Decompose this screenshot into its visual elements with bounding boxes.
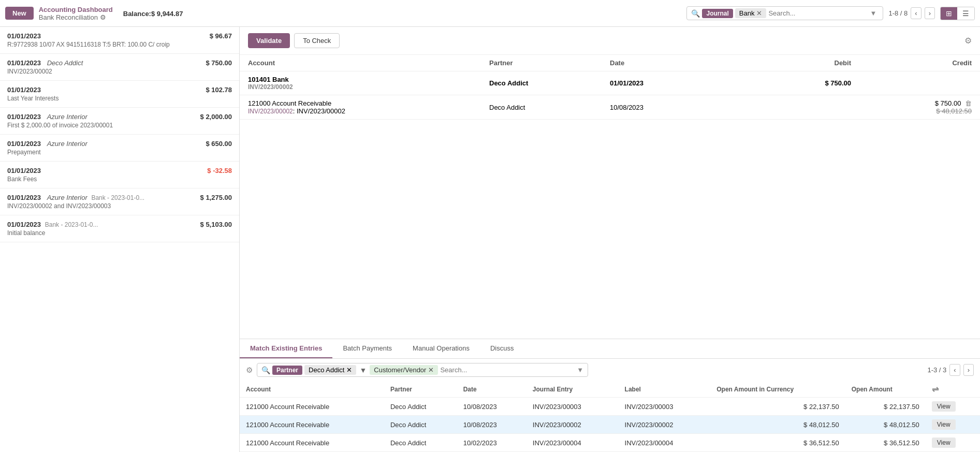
cell-partner-1: Deco Addict xyxy=(384,416,457,434)
filter-gear-icon[interactable]: ⚙ xyxy=(246,366,253,375)
left-item-7[interactable]: 01/01/2023 Bank - 2023-01-0... $ 5,103.0… xyxy=(0,215,239,242)
filter-separator: ▼ xyxy=(359,366,367,374)
bottom-table: Account Partner Date Journal Entry Label… xyxy=(240,381,980,452)
tab-1[interactable]: Batch Payments xyxy=(332,339,402,358)
filter-tag-label: Customer/Vendor xyxy=(374,366,426,374)
filter-search-icon: 🔍 xyxy=(261,366,270,374)
match-row-2: 121000 Account Receivable INV/2023/00002… xyxy=(240,95,980,120)
match-account-link-text[interactable]: INV/2023/00002 xyxy=(248,108,293,115)
bank-tag-remove[interactable]: ✕ xyxy=(756,9,762,17)
cell-journal-0: INV/2023/00003 xyxy=(526,398,619,416)
filter-tag-remove[interactable]: ✕ xyxy=(428,366,434,374)
view-button-1[interactable]: View xyxy=(932,419,956,430)
next-page-button[interactable]: › xyxy=(925,7,935,19)
left-item-amount-6: $ 1,275.00 xyxy=(200,194,232,201)
cell-label-1: INV/2023/00002 xyxy=(619,416,711,434)
to-check-button[interactable]: To Check xyxy=(294,33,340,48)
left-item-5[interactable]: 01/01/2023 $ -32.58 Bank Fees xyxy=(0,162,239,188)
cell-account-2: 121000 Account Receivable xyxy=(240,434,384,452)
breadcrumb-settings-icon[interactable]: ⚙ xyxy=(100,13,106,21)
bottom-table-body: 121000 Account Receivable Deco Addict 10… xyxy=(240,398,980,452)
bank-tag: Bank ✕ xyxy=(735,8,767,18)
table-row-0[interactable]: 121000 Account Receivable Deco Addict 10… xyxy=(240,398,980,416)
left-item-date-0: 01/01/2023 xyxy=(7,32,41,40)
cell-view-0: View xyxy=(926,398,980,416)
left-item-date-7: 01/01/2023 xyxy=(7,221,41,228)
left-item-desc-3: First $ 2,000.00 of invoice 2023/00001 xyxy=(7,122,232,129)
filter-pagination: 1-3 / 3 ‹ › xyxy=(927,364,974,376)
delete-icon[interactable]: 🗑 xyxy=(965,99,972,107)
settings-icon[interactable]: ⚙ xyxy=(964,36,972,46)
th-partner: Partner xyxy=(384,381,457,398)
tabs: Match Existing EntriesBatch PaymentsManu… xyxy=(240,339,980,359)
customer-vendor-filter-tag: Customer/Vendor ✕ xyxy=(370,365,438,375)
deco-addict-filter-tag: Deco Addict ✕ xyxy=(304,365,356,375)
filter-dropdown-icon[interactable]: ▼ xyxy=(577,366,583,374)
prev-page-button[interactable]: ‹ xyxy=(911,7,921,19)
cell-label-0: INV/2023/00003 xyxy=(619,398,711,416)
col-settings-icon[interactable]: ⇌ xyxy=(932,385,939,393)
left-item-desc-7: Initial balance xyxy=(7,229,232,237)
cell-date-2: 10/02/2023 xyxy=(457,434,526,452)
action-bar: Validate To Check ⚙ xyxy=(240,27,980,55)
col-debit: Debit xyxy=(730,59,851,67)
tab-2[interactable]: Manual Operations xyxy=(402,339,480,358)
left-item-0[interactable]: 01/01/2023 $ 96.67 R:9772938 10/07 AX 94… xyxy=(0,27,239,54)
kanban-view-button[interactable]: ⊞ xyxy=(941,7,957,20)
deco-tag-remove[interactable]: ✕ xyxy=(346,366,352,374)
cell-label-2: INV/2023/00004 xyxy=(619,434,711,452)
left-item-amount-0: $ 96.67 xyxy=(210,32,232,40)
search-dropdown-icon[interactable]: ▼ xyxy=(868,9,879,17)
view-button-0[interactable]: View xyxy=(932,401,956,412)
tab-3[interactable]: Discuss xyxy=(480,339,524,358)
match-account-name-2: 121000 Account Receivable xyxy=(248,99,489,107)
search-input[interactable] xyxy=(768,9,866,17)
table-row-1[interactable]: 121000 Account Receivable Deco Addict 10… xyxy=(240,416,980,434)
match-credit-strikethrough: $ 48,012.50 xyxy=(851,107,972,115)
left-item-partner-4: Azure Interior xyxy=(47,140,87,148)
th-open-amount-currency: Open Amount in Currency xyxy=(710,381,845,398)
left-item-bank-6: Bank - 2023-01-0... xyxy=(91,194,144,201)
left-item-desc-4: Prepayment xyxy=(7,149,232,156)
pagination: 1-8 / 8 ‹ › xyxy=(888,7,935,19)
cell-view-1: View xyxy=(926,416,980,434)
cell-oa-2: $ 36,512.50 xyxy=(845,434,926,452)
view-button-2[interactable]: View xyxy=(932,438,956,448)
filter-prev-button[interactable]: ‹ xyxy=(949,364,960,376)
col-partner: Partner xyxy=(489,59,610,67)
th-open-amount: Open Amount xyxy=(845,381,926,398)
match-area: Account Partner Date Debit Credit 101401… xyxy=(240,55,980,339)
left-item-partner-6: Azure Interior xyxy=(47,194,87,201)
cell-account-0: 121000 Account Receivable xyxy=(240,398,384,416)
th-actions: ⇌ xyxy=(926,381,980,398)
partner-filter-tag[interactable]: Partner xyxy=(272,366,302,375)
main-content: 01/01/2023 $ 96.67 R:9772938 10/07 AX 94… xyxy=(0,27,980,452)
journal-tag[interactable]: Journal xyxy=(702,9,733,18)
left-item-date-4: 01/01/2023 xyxy=(7,140,41,148)
left-item-6[interactable]: 01/01/2023 Azure Interior Bank - 2023-01… xyxy=(0,188,239,215)
table-row-2[interactable]: 121000 Account Receivable Deco Addict 10… xyxy=(240,434,980,452)
cell-oa-1: $ 48,012.50 xyxy=(845,416,926,434)
left-item-2[interactable]: 01/01/2023 $ 102.78 Last Year Interests xyxy=(0,81,239,108)
tab-0[interactable]: Match Existing Entries xyxy=(240,339,332,358)
left-item-date-3: 01/01/2023 xyxy=(7,113,41,121)
cell-oac-2: $ 36,512.50 xyxy=(710,434,845,452)
validate-button[interactable]: Validate xyxy=(248,33,290,48)
breadcrumb-top[interactable]: Accounting Dashboard xyxy=(39,6,113,13)
bank-tag-label: Bank xyxy=(739,9,755,17)
left-item-amount-5: $ -32.58 xyxy=(207,167,232,174)
balance-display: Balance:$ 9,944.87 xyxy=(123,9,183,18)
left-item-4[interactable]: 01/01/2023 Azure Interior $ 650.00 Prepa… xyxy=(0,135,239,162)
filter-next-button[interactable]: › xyxy=(963,364,974,376)
match-table-header: Account Partner Date Debit Credit xyxy=(240,55,980,71)
cell-journal-1: INV/2023/00002 xyxy=(526,416,619,434)
left-item-1[interactable]: 01/01/2023 Deco Addict $ 750.00 INV/2023… xyxy=(0,54,239,81)
filter-search-input[interactable] xyxy=(440,366,575,374)
match-debit-1: $ 750.00 xyxy=(730,79,851,87)
left-item-amount-3: $ 2,000.00 xyxy=(200,113,232,121)
list-view-button[interactable]: ☰ xyxy=(957,7,974,20)
match-account-2: 121000 Account Receivable INV/2023/00002… xyxy=(248,99,489,115)
left-item-3[interactable]: 01/01/2023 Azure Interior $ 2,000.00 Fir… xyxy=(0,108,239,135)
new-button[interactable]: New xyxy=(5,7,34,20)
left-item-date-2: 01/01/2023 xyxy=(7,86,41,94)
